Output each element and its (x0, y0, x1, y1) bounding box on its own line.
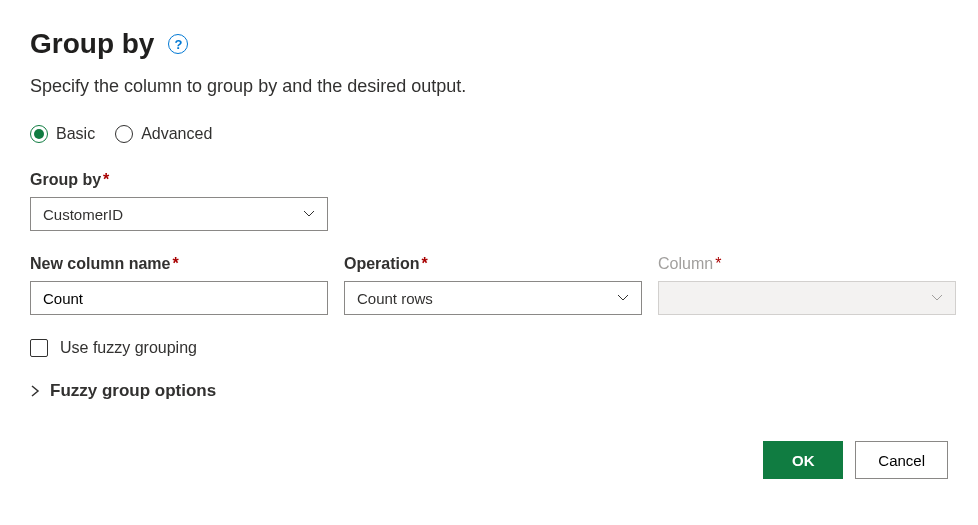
new-column-name-label: New column name* (30, 255, 328, 273)
checkbox-icon (30, 339, 48, 357)
radio-circle-icon (30, 125, 48, 143)
dialog-subtitle: Specify the column to group by and the d… (30, 76, 948, 97)
group-by-label: Group by* (30, 171, 948, 189)
use-fuzzy-grouping-checkbox[interactable]: Use fuzzy grouping (30, 339, 948, 357)
chevron-down-icon (617, 290, 629, 307)
cancel-button[interactable]: Cancel (855, 441, 948, 479)
group-by-select[interactable]: CustomerID (30, 197, 328, 231)
mode-radio-group: Basic Advanced (30, 125, 948, 143)
ok-button[interactable]: OK (763, 441, 843, 479)
new-column-name-input[interactable] (30, 281, 328, 315)
help-icon[interactable]: ? (168, 34, 188, 54)
chevron-down-icon (931, 290, 943, 307)
radio-basic[interactable]: Basic (30, 125, 95, 143)
fuzzy-group-options-label: Fuzzy group options (50, 381, 216, 401)
dialog-title: Group by (30, 28, 154, 60)
group-by-value: CustomerID (43, 206, 123, 223)
chevron-down-icon (303, 206, 315, 223)
operation-label: Operation* (344, 255, 642, 273)
fuzzy-group-options-expander[interactable]: Fuzzy group options (30, 381, 948, 401)
column-select (658, 281, 956, 315)
chevron-right-icon (30, 383, 40, 400)
operation-value: Count rows (357, 290, 433, 307)
operation-select[interactable]: Count rows (344, 281, 642, 315)
use-fuzzy-grouping-label: Use fuzzy grouping (60, 339, 197, 357)
radio-circle-icon (115, 125, 133, 143)
radio-basic-label: Basic (56, 125, 95, 143)
column-label: Column* (658, 255, 956, 273)
radio-advanced[interactable]: Advanced (115, 125, 212, 143)
radio-advanced-label: Advanced (141, 125, 212, 143)
